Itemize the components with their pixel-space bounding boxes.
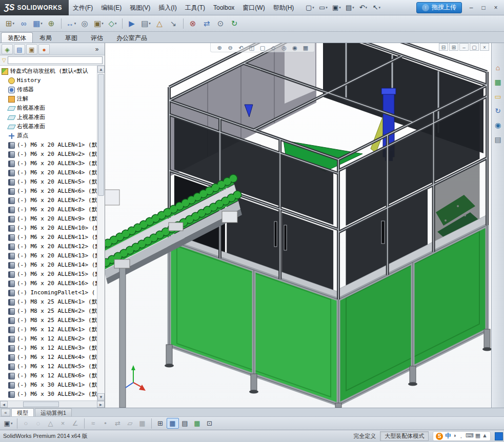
menu-item[interactable]: 窗口(W) bbox=[238, 0, 269, 15]
child-restore-button[interactable]: ▢ bbox=[470, 43, 479, 51]
smart-fasteners-icon[interactable]: ⊕ bbox=[45, 17, 58, 30]
clearance-verification-icon[interactable]: ⇄ bbox=[200, 17, 214, 30]
configurationmanager-tab-icon[interactable]: ▣ bbox=[26, 44, 37, 54]
tree-item[interactable]: (-) M6 x 20 ALLEN<14> (默 bbox=[0, 260, 105, 270]
tree-item[interactable]: (-) M6 x 20 ALLEN<10> (默 bbox=[0, 224, 105, 233]
menu-item[interactable]: 工具(T) bbox=[181, 0, 209, 15]
menu-item[interactable]: Toolbox bbox=[209, 0, 238, 15]
zoom-fit-icon[interactable]: ⊕ bbox=[215, 44, 224, 52]
upload-button[interactable]: ↑ 拖搜上传 bbox=[416, 2, 462, 13]
hide-items-icon[interactable]: ◎ bbox=[279, 44, 289, 52]
resources-icon[interactable]: ⌂ bbox=[493, 63, 503, 73]
tree-item[interactable]: (-) M6 x 30 ALLEN<2> (默 bbox=[0, 390, 105, 399]
scroll-down-icon[interactable]: ▼ bbox=[97, 393, 105, 400]
tree-item[interactable]: History bbox=[0, 76, 105, 85]
scroll-thumb[interactable] bbox=[98, 74, 104, 196]
tree-item[interactable]: (-) M6 x 12 ALLEN<6> (默 bbox=[0, 371, 105, 380]
tree-item[interactable]: 右视基准面 bbox=[0, 122, 105, 131]
menu-item[interactable]: 视图(V) bbox=[126, 0, 154, 15]
explode-line-sketch-icon[interactable]: ↘ bbox=[167, 17, 180, 30]
circle-tool-icon[interactable]: ○ bbox=[20, 418, 32, 429]
appearance-icon[interactable]: ◉ bbox=[290, 44, 299, 52]
tree-item[interactable]: (-) M6 x 20 ALLEN<8> (默 bbox=[0, 205, 105, 214]
tree-item[interactable]: 传感器 bbox=[0, 85, 105, 94]
tree-scrollbar[interactable]: ▲ ▼ bbox=[97, 66, 105, 400]
save-icon[interactable]: ▣▾ bbox=[330, 2, 343, 13]
display-style-icon[interactable]: ◇ bbox=[269, 44, 278, 52]
motion-study-tab[interactable]: 运动算例1 bbox=[35, 408, 72, 416]
tree-item[interactable]: (-) M6 x 20 ALLEN<13> (默 bbox=[0, 251, 105, 260]
reference-geometry-icon[interactable]: ◇▾ bbox=[106, 17, 119, 30]
ellipse-tool-icon[interactable]: ◌ bbox=[32, 418, 45, 429]
viewport-single-icon[interactable]: ⊞ bbox=[154, 418, 167, 429]
scene-icon[interactable]: ▦ bbox=[301, 44, 310, 52]
tree-item[interactable]: (-) M6 x 20 ALLEN<7> (默 bbox=[0, 196, 105, 205]
component-pattern-icon[interactable]: ▦▾ bbox=[31, 17, 45, 30]
print-icon[interactable]: ▤▾ bbox=[343, 2, 356, 13]
save-icon[interactable]: ▣▾ bbox=[2, 418, 14, 429]
ime-icon[interactable]: ⌨ bbox=[466, 432, 474, 440]
scroll-right-icon[interactable]: ► bbox=[97, 401, 105, 408]
tree-item[interactable]: (-) M6 x 12 ALLEN<1> (默 bbox=[0, 325, 105, 334]
viewport-two-horizontal-icon[interactable]: ▤ bbox=[179, 418, 191, 429]
tree-item[interactable]: 注解 bbox=[0, 94, 105, 104]
design-library-icon[interactable]: ▦ bbox=[493, 77, 503, 87]
tab-office-products[interactable]: 办公室产品 bbox=[110, 32, 154, 43]
propertymanager-tab-icon[interactable]: ▤ bbox=[14, 44, 25, 54]
tree-item[interactable]: (-) M6 x 20 ALLEN<3> (默 bbox=[0, 159, 105, 168]
interference-detection-icon[interactable]: ⊗ bbox=[186, 17, 200, 30]
featuremanager-tab-icon[interactable]: ◈ bbox=[2, 44, 13, 54]
move-component-icon[interactable]: ↔▾ bbox=[64, 17, 78, 30]
grid-system-icon[interactable]: ▦ bbox=[191, 418, 204, 429]
viewport-four-icon[interactable]: ▦ bbox=[167, 418, 179, 429]
graphics-area[interactable]: ⊕⊖↶◫▢◇◎◉▦ ⊟⊞–▢× bbox=[105, 43, 491, 408]
tree-hscrollbar[interactable]: ◄ ► bbox=[0, 400, 105, 408]
tree-item[interactable]: (-) M6 x 20 ALLEN<11> (默 bbox=[0, 233, 105, 242]
tab-layout[interactable]: 布局 bbox=[33, 32, 58, 43]
tab-scroll-left-button[interactable]: « bbox=[1, 409, 10, 416]
scroll-up-icon[interactable]: ▲ bbox=[97, 66, 105, 73]
ime-icon[interactable]: ， bbox=[458, 432, 464, 440]
child-minimize-button[interactable]: – bbox=[459, 43, 469, 51]
appearances-icon[interactable]: ◉ bbox=[493, 120, 503, 130]
child-close-button[interactable]: × bbox=[480, 43, 489, 51]
bill-of-materials-icon[interactable]: ▤▾ bbox=[139, 17, 153, 30]
update-icon[interactable]: ↻ bbox=[228, 17, 241, 30]
tree-item[interactable]: (-) M6 x 20 ALLEN<15> (默 bbox=[0, 270, 105, 279]
tree-item[interactable]: (-) M6 x 20 ALLEN<9> (默 bbox=[0, 214, 105, 224]
custom-properties-icon[interactable]: ▤ bbox=[493, 134, 503, 145]
polygon-tool-icon[interactable]: △ bbox=[45, 418, 57, 429]
menu-item[interactable]: 插入(I) bbox=[154, 0, 180, 15]
hole-alignment-icon[interactable]: ⊙ bbox=[214, 17, 228, 30]
tree-item[interactable]: (-) M6 x 20 ALLEN<2> (默 bbox=[0, 150, 105, 159]
tree-item[interactable]: (-) IncomingPallet<1> ( bbox=[0, 288, 105, 297]
model-tab[interactable]: 模型 bbox=[11, 408, 34, 416]
new-document-icon[interactable]: ▢▾ bbox=[303, 2, 316, 13]
spline-tool-icon[interactable]: ≈ bbox=[87, 418, 99, 429]
ime-icon[interactable]: ◗ bbox=[453, 432, 457, 440]
tree-item[interactable]: (-) M6 x 12 ALLEN<3> (默 bbox=[0, 344, 105, 353]
panel-overflow-icon[interactable]: » bbox=[91, 44, 103, 54]
tree-item[interactable]: (-) M8 x 25 ALLEN<2> (默 bbox=[0, 307, 105, 316]
appearances-tab-icon[interactable]: ● bbox=[38, 44, 50, 54]
tree-item[interactable]: (-) M8 x 25 ALLEN<1> (默 bbox=[0, 297, 105, 307]
scroll-left-icon[interactable]: ◄ bbox=[0, 401, 8, 408]
tree-item[interactable]: (-) M6 x 20 ALLEN<4> (默 bbox=[0, 168, 105, 177]
mirror-entities-icon[interactable]: ⇄ bbox=[112, 418, 124, 429]
view-palette-icon[interactable]: ↻ bbox=[493, 106, 503, 116]
filter-input[interactable] bbox=[8, 56, 103, 64]
linear-pattern-icon[interactable]: ▦ bbox=[136, 418, 149, 429]
tree-item[interactable]: (-) M6 x 12 ALLEN<2> (默 bbox=[0, 334, 105, 344]
tree-item[interactable]: (-) M6 x 12 ALLEN<4> (默 bbox=[0, 353, 105, 362]
show-hidden-components-icon[interactable]: ◎ bbox=[78, 17, 92, 30]
shaded-view-icon[interactable]: ⊡ bbox=[204, 418, 216, 429]
new-motion-study-icon[interactable]: ▶ bbox=[125, 17, 139, 30]
tree-item[interactable]: 上视基准面 bbox=[0, 113, 105, 122]
menu-item[interactable]: 帮助(H) bbox=[269, 0, 298, 15]
tab-assembly[interactable]: 装配体 bbox=[1, 32, 33, 43]
exploded-view-icon[interactable]: △ bbox=[153, 17, 167, 30]
view-orientation-icon[interactable]: ▢ bbox=[258, 44, 267, 52]
menu-item[interactable]: 编辑(E) bbox=[97, 0, 126, 15]
open-document-icon[interactable]: ▭▾ bbox=[316, 2, 330, 13]
tree-item[interactable]: 原点 bbox=[0, 131, 105, 140]
